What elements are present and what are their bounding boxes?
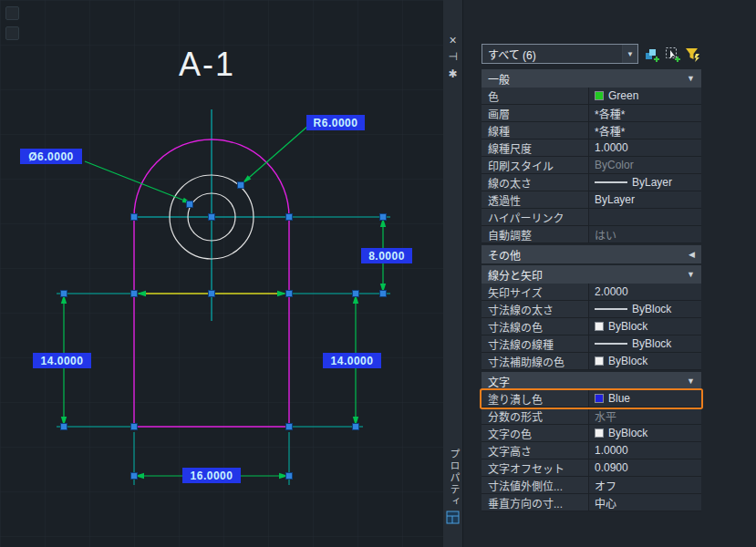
grip[interactable] (131, 291, 138, 297)
dimension-label-radius[interactable]: R6.0000 (306, 115, 365, 130)
property-row: 寸法線の線種ByBlock (482, 335, 701, 353)
property-value-text: 2.0000 (595, 285, 628, 298)
property-value[interactable]: 2.0000 (589, 284, 701, 300)
property-value[interactable]: 0.0900 (589, 459, 701, 476)
property-value-text: ByBlock (608, 355, 647, 367)
object-type-select[interactable]: すべて (6) ▼ (482, 44, 638, 64)
grip[interactable] (131, 473, 138, 480)
property-value[interactable] (589, 209, 701, 225)
canvas-corner-icon[interactable] (5, 26, 19, 40)
property-label: 画層 (482, 105, 589, 121)
property-value[interactable]: *各種* (589, 105, 701, 121)
property-value[interactable]: ByBlock (589, 335, 701, 352)
palette-title: プロパティ (447, 449, 461, 508)
grip[interactable] (286, 473, 293, 480)
palette-bottom-icon[interactable] (446, 511, 461, 529)
property-row: 線種*各種* (482, 122, 701, 139)
property-value-text: ByLayer (632, 176, 672, 189)
property-label: 線種 (482, 122, 589, 139)
chevron-down-icon[interactable]: ▼ (687, 270, 695, 279)
chevron-down-icon[interactable]: ▼ (687, 377, 695, 386)
section-header[interactable]: その他◀ (482, 245, 701, 263)
property-value[interactable]: 中心 (589, 494, 701, 511)
grip[interactable] (61, 424, 67, 430)
property-value[interactable]: ByLayer (589, 174, 701, 191)
chevron-left-icon[interactable]: ◀ (689, 250, 695, 259)
lineweight-sample (595, 343, 627, 345)
quick-select-icon[interactable] (684, 45, 701, 63)
property-value-text: はい (595, 227, 616, 243)
property-row: 文字高さ1.0000 (482, 442, 701, 459)
section-title: 一般 (488, 71, 510, 87)
select-objects-icon[interactable] (664, 45, 681, 63)
property-value[interactable]: ByLayer (589, 191, 701, 208)
auto-hide-icon[interactable]: ⊣ (443, 49, 462, 64)
grip[interactable] (286, 424, 293, 430)
property-value[interactable]: ByBlock (589, 318, 701, 335)
property-value-text: ByColor (595, 159, 634, 171)
property-label: 文字オフセット (482, 459, 589, 476)
grip[interactable] (131, 214, 138, 221)
property-label: 印刷スタイル (482, 157, 589, 173)
grip[interactable] (209, 291, 215, 297)
dimension-label-14-left[interactable]: 14.0000 (33, 353, 91, 368)
property-value[interactable]: *各種* (589, 122, 701, 139)
property-row: 寸法線の太さByBlock (482, 301, 701, 318)
property-value[interactable]: 1.0000 (589, 442, 701, 459)
section-title: 線分と矢印 (488, 267, 543, 283)
properties-palette: × ⊣ ✱ プロパティ すべて (6) ▼ (443, 0, 756, 547)
property-label: 線の太さ (482, 174, 589, 191)
close-icon[interactable]: × (443, 33, 462, 47)
grip[interactable] (353, 291, 359, 297)
property-value-text: 1.0000 (595, 141, 628, 154)
property-value[interactable]: ByColor (589, 157, 701, 173)
grip[interactable] (238, 182, 244, 189)
dimension-label-diameter[interactable]: Ø6.0000 (20, 149, 82, 164)
grip[interactable] (209, 214, 215, 221)
grip[interactable] (286, 214, 293, 221)
grip[interactable] (380, 214, 387, 221)
property-value[interactable]: Green (589, 88, 701, 104)
property-row: ハイパーリンク (482, 209, 701, 226)
property-value[interactable]: ByBlock (589, 353, 701, 369)
property-label: 寸法線の太さ (482, 301, 589, 317)
grip[interactable] (131, 424, 138, 430)
property-value[interactable]: オフ (589, 477, 701, 493)
grip[interactable] (286, 291, 293, 297)
dimension-label-14-right[interactable]: 14.0000 (323, 353, 381, 368)
color-swatch (595, 356, 604, 366)
property-value[interactable]: 水平 (589, 408, 701, 424)
section-header[interactable]: 文字▼ (482, 372, 701, 390)
palette-body: すべて (6) ▼ (463, 0, 756, 547)
property-label: 透過性 (482, 191, 589, 208)
property-value[interactable]: 1.0000 (589, 139, 701, 156)
chevron-down-icon[interactable]: ▼ (622, 45, 637, 63)
grip[interactable] (187, 201, 193, 208)
dimension-label-8[interactable]: 8.0000 (361, 248, 412, 263)
property-value-text: Green (608, 89, 638, 102)
property-value-text: ByBlock (608, 320, 647, 333)
property-value[interactable]: ByBlock (589, 301, 701, 317)
application-window: A-1 Ø6.0000 R6.0000 8.0000 14.0000 14.00… (0, 0, 756, 547)
grip[interactable] (61, 291, 67, 297)
grip[interactable] (380, 291, 387, 297)
property-value[interactable]: ByBlock (589, 425, 701, 441)
property-label: 線種尺度 (482, 139, 589, 156)
settings-icon[interactable]: ✱ (443, 67, 462, 81)
grip[interactable] (353, 424, 359, 430)
property-value[interactable]: はい (589, 226, 701, 243)
property-label: 文字の色 (482, 425, 589, 441)
chevron-down-icon[interactable]: ▼ (687, 74, 695, 83)
property-value[interactable]: Blue (589, 390, 701, 407)
property-value-text: 中心 (595, 495, 616, 511)
dimension-label-16[interactable]: 16.0000 (182, 468, 241, 483)
drawing-area[interactable]: A-1 Ø6.0000 R6.0000 8.0000 14.0000 14.00… (0, 0, 443, 547)
property-row: 線の太さByLayer (482, 174, 701, 191)
section-title: その他 (488, 247, 521, 263)
property-label: 寸法線の線種 (482, 335, 589, 352)
section-header[interactable]: 一般▼ (482, 69, 701, 88)
toggle-pickadd-icon[interactable] (644, 45, 661, 63)
section-header[interactable]: 線分と矢印▼ (482, 265, 701, 284)
canvas-corner-icon[interactable] (5, 6, 19, 20)
property-label: 文字高さ (482, 442, 589, 459)
